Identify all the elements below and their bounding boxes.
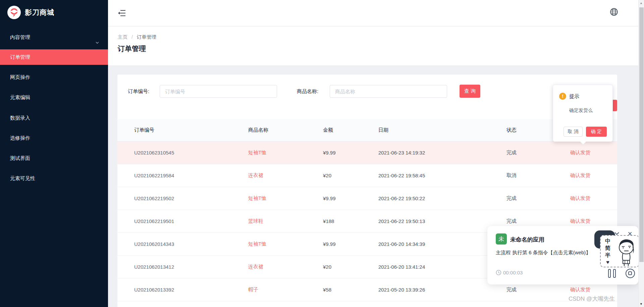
cell-date: 2021-06-22 19:50:22	[378, 195, 506, 201]
table-header-row: 订单编号 商品名称 金额 日期 状态	[117, 119, 617, 141]
sidebar-item-order-mgmt[interactable]: 订单管理	[0, 49, 108, 65]
product-link[interactable]: 短袖T恤	[248, 241, 323, 247]
product-link[interactable]: 短袖T恤	[248, 149, 323, 156]
confirm-ship-link[interactable]: 确认发货	[570, 195, 617, 202]
product-name-input[interactable]	[330, 85, 447, 98]
cell-status: 取消	[506, 172, 570, 179]
cell-status: 完成	[506, 287, 570, 293]
cell-amount: ¥9.99	[323, 241, 378, 247]
col-header-product: 商品名称	[248, 127, 323, 133]
cell-order-no: U2021062013412	[117, 264, 248, 270]
cell-amount: ¥9.99	[323, 195, 378, 201]
product-link[interactable]: 连衣裙	[248, 172, 323, 179]
cell-order-no: U2021062219501	[117, 218, 248, 224]
product-link[interactable]: 短袖T恤	[248, 195, 323, 202]
sidebar-item-element-visibility[interactable]: 元素可见性	[0, 171, 108, 186]
confirm-ship-link[interactable]: 确认发货	[570, 172, 617, 179]
breadcrumb-current: 订单管理	[137, 34, 156, 40]
cell-amount: ¥20	[323, 264, 378, 270]
cartoon-figure	[613, 237, 638, 266]
order-no-input[interactable]	[160, 85, 277, 98]
app-window: 影刀商城 内容管理 订单管理 网页操作 元素编辑 数据录入 选修操作 测试界面 …	[0, 0, 644, 307]
breadcrumb-separator: /	[131, 34, 133, 40]
menu-fold-icon[interactable]	[118, 9, 126, 19]
breadcrumb-home[interactable]: 主页	[118, 34, 127, 40]
cell-amount: ¥58	[323, 287, 378, 293]
cell-amount: ¥188	[323, 218, 378, 224]
cell-order-no: U2021062219584	[117, 173, 248, 178]
meme-sticker: 中 简 半 ♥	[600, 235, 639, 267]
order-no-label: 订单编号:	[128, 85, 149, 98]
cell-status: 完成	[506, 149, 570, 156]
sidebar-item-label: 测试界面	[10, 155, 30, 161]
sidebar-item-web-ops[interactable]: 网页操作	[0, 70, 108, 85]
sidebar: 影刀商城 内容管理 订单管理 网页操作 元素编辑 数据录入 选修操作 测试界面 …	[0, 0, 108, 307]
brand-logo-icon	[7, 6, 21, 19]
scroll-down-arrow[interactable]: ▼	[640, 302, 643, 306]
cell-order-no: U2021062310545	[117, 150, 248, 156]
sidebar-item-label: 内容管理	[10, 34, 30, 40]
stop-button[interactable]	[626, 269, 635, 278]
cell-date: 2021-06-22 19:58:45	[378, 173, 506, 178]
confirm-popover: ! 提示 确定发货么 取 消 确 定	[553, 85, 613, 142]
table-row: U2021062219584 连衣裙 ¥20 2021-06-22 19:58:…	[117, 164, 617, 187]
page-title: 订单管理	[118, 44, 146, 53]
confirm-button[interactable]: 确 定	[586, 127, 607, 137]
confirm-ship-link[interactable]: 确认发货	[570, 287, 617, 293]
confirm-ship-link[interactable]: 确认发货	[570, 149, 617, 156]
sidebar-item-label: 网页操作	[10, 74, 30, 80]
cell-date: 2021-06-23 14:19:32	[378, 150, 506, 156]
cancel-button[interactable]: 取 消	[564, 127, 583, 137]
timer-value: 00:00:03	[503, 270, 523, 275]
product-link[interactable]: 连衣裙	[248, 264, 323, 270]
pause-button[interactable]	[608, 269, 620, 278]
sidebar-item-optional-ops[interactable]: 选修操作	[0, 130, 108, 146]
confirm-ship-link[interactable]: 确认发货	[570, 218, 617, 224]
notification-message: 主流程 执行第 6 条指令【点击元素(web)】	[496, 250, 591, 256]
sidebar-item-content-mgmt[interactable]: 内容管理	[0, 30, 108, 45]
col-header-date: 日期	[378, 127, 506, 133]
sidebar-item-label: 订单管理	[10, 54, 30, 60]
sidebar-item-element-edit[interactable]: 元素编辑	[0, 90, 108, 105]
cell-amount: ¥9.99	[323, 150, 378, 156]
sticker-text: 中 简 半 ♥	[604, 237, 611, 266]
cell-status: 完成	[506, 218, 570, 224]
table-row: U2021062219502 短袖T恤 ¥9.99 2021-06-22 19:…	[117, 187, 617, 210]
cell-date: 2021-06-22 19:50:13	[378, 218, 506, 224]
sidebar-item-label: 元素编辑	[10, 94, 30, 100]
product-name-label: 商品名称:	[297, 85, 318, 98]
col-header-amount: 金额	[323, 127, 378, 133]
cell-order-no: U2021062013392	[117, 287, 248, 293]
col-header-order-no: 订单编号	[117, 127, 248, 133]
query-button[interactable]: 查 询	[460, 85, 480, 98]
table-row: U2021062310545 短袖T恤 ¥9.99 2021-06-23 14:…	[117, 141, 617, 164]
scroll-thumb[interactable]	[639, 7, 644, 262]
popover-title: 提示	[569, 93, 579, 100]
product-link[interactable]: 篮球鞋	[248, 218, 323, 224]
sidebar-item-label: 元素可见性	[10, 175, 35, 181]
app-badge: 未	[496, 233, 507, 245]
breadcrumb: 主页 / 订单管理	[118, 34, 156, 40]
sidebar-item-data-entry[interactable]: 数据录入	[0, 110, 108, 126]
vertical-scrollbar[interactable]: ▲ ▼	[638, 0, 644, 307]
sidebar-item-label: 选修操作	[10, 135, 30, 141]
csdn-watermark: CSDN @大嘴先生	[569, 295, 615, 303]
sidebar-item-test-ui[interactable]: 测试界面	[0, 150, 108, 166]
cell-order-no: U2021062014343	[117, 241, 248, 247]
chevron-down-icon	[95, 35, 99, 51]
sidebar-item-label: 数据录入	[10, 115, 30, 121]
clock-icon	[496, 270, 501, 275]
page-header: 主页 / 订单管理 订单管理	[108, 27, 644, 66]
topbar	[108, 0, 644, 26]
warning-icon: !	[559, 93, 566, 100]
cell-order-no: U2021062219502	[117, 195, 248, 201]
cell-date: 2021-05-20 13:39:26	[378, 287, 506, 293]
notification-title: 未命名的应用	[510, 236, 544, 244]
scroll-up-arrow[interactable]: ▲	[640, 1, 643, 5]
cell-status: 完成	[506, 195, 570, 202]
product-link[interactable]: 帽子	[248, 287, 323, 293]
run-timer: 00:00:03	[496, 270, 523, 275]
brand-header: 影刀商城	[0, 0, 108, 25]
cell-amount: ¥20	[323, 173, 378, 178]
globe-icon[interactable]	[610, 8, 618, 17]
